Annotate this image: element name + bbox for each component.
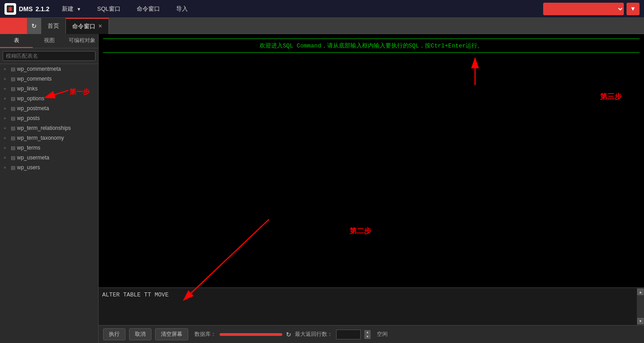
expand-icon: + xyxy=(4,77,9,81)
table-icon: ▤ xyxy=(11,76,15,82)
table-icon: ▤ xyxy=(11,116,15,121)
expand-icon: + xyxy=(4,136,9,141)
topbar: DMS 2.1.2 新建 ▼ SQL窗口 命令窗口 导入 ▼ xyxy=(0,0,644,18)
table-icon: ▤ xyxy=(11,86,15,92)
welcome-text: 欢迎进入SQL Command，请从底部输入框内输入要执行的SQL，按Ctrl+… xyxy=(259,43,483,49)
table-name: wp_links xyxy=(17,86,38,92)
table-name: wp_options xyxy=(17,95,44,102)
rows-up-button[interactable]: ▲ xyxy=(364,330,371,334)
main-content: 表 视图 可编程对象 + ▤ wp_commentmeta + ▤ wp_com… xyxy=(0,34,644,343)
table-item[interactable]: + ▤ wp_term_taxonomy xyxy=(0,133,98,143)
table-name: wp_posts xyxy=(17,115,40,121)
db-refresh-button[interactable] xyxy=(0,18,27,34)
clear-screen-button[interactable]: 清空屏幕 xyxy=(155,328,188,340)
expand-icon: + xyxy=(4,106,9,111)
menu-cmd[interactable]: 命令窗口 xyxy=(133,3,164,15)
table-item[interactable]: + ▤ wp_commentmeta xyxy=(0,64,98,74)
db-selector-top[interactable] xyxy=(543,3,624,15)
sidebar-tab-table[interactable]: 表 xyxy=(0,34,33,48)
table-item[interactable]: + ▤ wp_posts xyxy=(0,113,98,123)
expand-icon: + xyxy=(4,155,9,160)
search-box xyxy=(0,48,98,64)
menu-import[interactable]: 导入 xyxy=(173,3,191,15)
db-label: 数据库： xyxy=(194,330,216,338)
tab-cmd[interactable]: 命令窗口 ✕ xyxy=(66,18,109,34)
cmd-output[interactable]: 欢迎进入SQL Command，请从底部输入框内输入要执行的SQL，按Ctrl+… xyxy=(99,34,644,287)
rows-spinner: ▲ ▼ xyxy=(364,330,371,339)
scrollbar-right: ▲ ▼ xyxy=(637,288,644,325)
expand-icon: + xyxy=(4,126,9,131)
scroll-up-button[interactable]: ▲ xyxy=(637,289,644,295)
table-name: wp_term_taxonomy xyxy=(17,135,64,141)
tab-cmd-close[interactable]: ✕ xyxy=(98,23,102,29)
table-icon: ▤ xyxy=(11,135,15,141)
app-logo: DMS 2.1.2 xyxy=(4,3,49,15)
table-icon: ▤ xyxy=(11,155,15,161)
db-refresh-small-button[interactable]: ↻ xyxy=(286,331,291,338)
table-icon: ▤ xyxy=(11,66,15,72)
menu-new[interactable]: 新建 ▼ xyxy=(58,3,85,15)
rows-down-button[interactable]: ▼ xyxy=(364,334,371,339)
refresh-icon-button[interactable]: ↻ xyxy=(27,18,41,34)
tab-home-label: 首页 xyxy=(48,22,59,30)
table-item[interactable]: + ▤ wp_options xyxy=(0,94,98,103)
top-dropdown-button[interactable]: ▼ xyxy=(627,3,640,15)
tab-home[interactable]: 首页 xyxy=(41,18,66,34)
table-name: wp_term_relationships xyxy=(17,125,71,131)
table-item[interactable]: + ▤ wp_term_relationships xyxy=(0,123,98,133)
execute-button[interactable]: 执行 xyxy=(103,328,125,340)
rows-label: 最大返回行数： xyxy=(295,330,333,338)
table-list: + ▤ wp_commentmeta + ▤ wp_comments + ▤ w… xyxy=(0,64,98,343)
sidebar-tab-programmable[interactable]: 可编程对象 xyxy=(65,34,98,48)
table-name: wp_comments xyxy=(17,76,52,82)
expand-icon: + xyxy=(4,67,9,72)
expand-icon: + xyxy=(4,116,9,121)
table-name: wp_usermeta xyxy=(17,154,49,161)
table-item[interactable]: + ▤ wp_usermeta xyxy=(0,153,98,163)
table-item[interactable]: + ▤ wp_terms xyxy=(0,143,98,153)
sidebar-tabs: 表 视图 可编程对象 xyxy=(0,34,98,48)
table-icon: ▤ xyxy=(11,165,15,171)
app-name: DMS xyxy=(19,5,33,13)
expand-icon: + xyxy=(4,96,9,101)
table-icon: ▤ xyxy=(11,106,15,111)
tab-cmd-label: 命令窗口 xyxy=(72,22,95,30)
sidebar-tab-view[interactable]: 视图 xyxy=(33,34,65,48)
table-icon: ▤ xyxy=(11,125,15,131)
table-name: wp_users xyxy=(17,164,40,171)
status-label: 空闲 xyxy=(377,330,388,338)
cancel-button[interactable]: 取消 xyxy=(129,328,151,340)
bottom-toolbar: 执行 取消 清空屏幕 数据库： ↻ 最大返回行数： 1000 ▲ ▼ 空闲 xyxy=(99,325,644,343)
table-icon: ▤ xyxy=(11,145,15,151)
app-version: 2.1.2 xyxy=(35,5,49,13)
expand-icon: + xyxy=(4,165,9,170)
table-name: wp_commentmeta xyxy=(17,66,61,72)
cmd-textarea[interactable]: ALTER TABLE TT MOVE xyxy=(99,288,644,324)
sidebar: 表 视图 可编程对象 + ▤ wp_commentmeta + ▤ wp_com… xyxy=(0,34,99,343)
expand-icon: + xyxy=(4,86,9,91)
table-item[interactable]: + ▤ wp_postmeta xyxy=(0,103,98,113)
table-item[interactable]: + ▤ wp_links xyxy=(0,84,98,94)
db-value-box xyxy=(220,333,282,336)
table-icon: ▤ xyxy=(11,96,15,102)
table-item[interactable]: + ▤ wp_comments xyxy=(0,74,98,84)
top-right-bar: ▼ xyxy=(543,3,640,15)
expand-icon: + xyxy=(4,146,9,150)
logo-icon xyxy=(4,3,16,15)
rows-input[interactable]: 1000 xyxy=(336,330,361,339)
table-name: wp_terms xyxy=(17,145,40,151)
welcome-line: 欢迎进入SQL Command，请从底部输入框内输入要执行的SQL，按Ctrl+… xyxy=(103,39,640,53)
right-panel: 欢迎进入SQL Command，请从底部输入框内输入要执行的SQL，按Ctrl+… xyxy=(99,34,644,343)
table-search-input[interactable] xyxy=(3,51,95,61)
tabbar: ↻ 首页 命令窗口 ✕ xyxy=(0,18,644,34)
step3-label: 第三步 xyxy=(600,92,622,102)
step2-label: 第二步 xyxy=(350,227,371,236)
menu-sql[interactable]: SQL窗口 xyxy=(94,3,124,15)
scroll-down-button[interactable]: ▼ xyxy=(637,318,644,324)
table-item[interactable]: + ▤ wp_users xyxy=(0,163,98,172)
table-name: wp_postmeta xyxy=(17,105,49,111)
cmd-input-area: ALTER TABLE TT MOVE ▲ ▼ xyxy=(99,287,644,325)
